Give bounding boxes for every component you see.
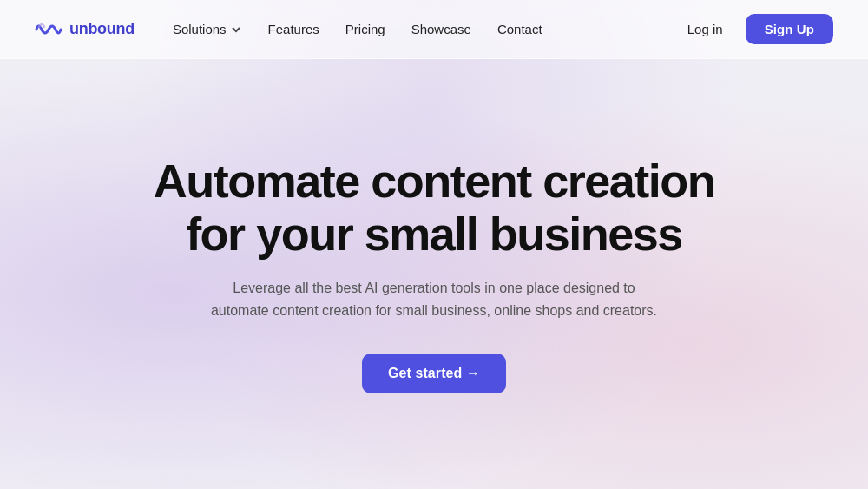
solutions-chevron-icon xyxy=(230,23,242,36)
hero-subtitle: Leverage all the best AI generation tool… xyxy=(208,277,660,321)
navbar: unbound Solutions Features Pricing Showc… xyxy=(0,0,868,59)
nav-links: Solutions Features Pricing Showcase Cont… xyxy=(162,17,553,42)
logo-text: unbound xyxy=(69,20,135,38)
hero-section: Automate content creation for your small… xyxy=(0,59,868,489)
nav-right: Log in Sign Up xyxy=(675,14,833,44)
hero-title: Automate content creation for your small… xyxy=(154,155,715,260)
logo-link[interactable]: unbound xyxy=(35,20,135,38)
nav-features[interactable]: Features xyxy=(258,17,330,42)
nav-solutions[interactable]: Solutions xyxy=(162,17,253,42)
login-button[interactable]: Log in xyxy=(675,15,735,43)
nav-contact[interactable]: Contact xyxy=(487,17,553,42)
get-started-button[interactable]: Get started → xyxy=(362,354,506,393)
nav-showcase[interactable]: Showcase xyxy=(401,17,482,42)
signup-button[interactable]: Sign Up xyxy=(746,14,833,44)
nav-left: unbound Solutions Features Pricing Showc… xyxy=(35,17,553,42)
logo-icon xyxy=(35,21,62,38)
nav-pricing[interactable]: Pricing xyxy=(335,17,396,42)
